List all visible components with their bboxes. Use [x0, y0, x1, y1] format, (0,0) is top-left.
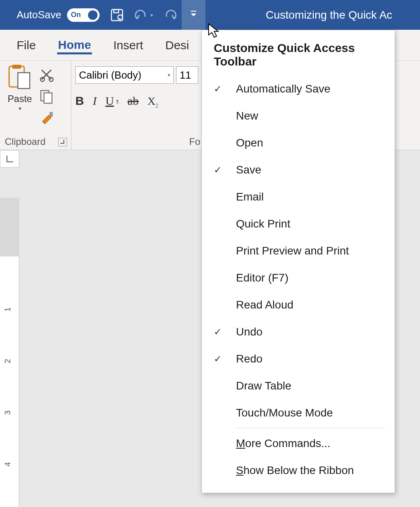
- svg-rect-1: [114, 10, 119, 13]
- underline-button[interactable]: U ▾: [105, 94, 119, 108]
- chevron-down-icon: ▾: [168, 72, 170, 78]
- menu-item-touch-mouse[interactable]: Touch/Mouse Mode: [202, 399, 395, 426]
- title-bar: AutoSave On ▾ Customizing the Quick Ac: [0, 0, 420, 30]
- menu-item-label: Editor (F7): [236, 272, 288, 284]
- subscript-button[interactable]: X2: [148, 95, 158, 109]
- paste-button[interactable]: Paste ▾: [4, 64, 36, 127]
- clipboard-dialog-launcher[interactable]: [58, 138, 67, 147]
- underline-label: U: [105, 94, 114, 108]
- scissors-icon: [39, 67, 54, 83]
- menu-item-label: More Commands...: [236, 437, 330, 450]
- ruler-mark: 3: [3, 411, 12, 415]
- paste-icon: [7, 64, 33, 92]
- ruler-mark: 1: [3, 307, 12, 312]
- font-name-combo[interactable]: Calibri (Body) ▾: [75, 66, 174, 84]
- svg-rect-8: [44, 93, 52, 103]
- menu-item-label: Show Below the Ribbon: [236, 464, 354, 477]
- document-title: Customizing the Quick Ac: [266, 0, 392, 30]
- paste-caret-icon: ▾: [19, 105, 21, 112]
- vertical-ruler[interactable]: 1 2 3 4: [0, 198, 19, 507]
- autosave-group: AutoSave On: [0, 8, 100, 22]
- subscript-2: 2: [155, 103, 158, 109]
- menu-item-label: Read Aloud: [236, 299, 293, 311]
- menu-item-draw-table[interactable]: Draw Table: [202, 372, 395, 399]
- format-painter-button[interactable]: [38, 109, 56, 127]
- toggle-knob-icon: [88, 10, 98, 20]
- font-group-label: Fo: [189, 136, 200, 147]
- tab-insert[interactable]: Insert: [113, 36, 144, 54]
- subscript-x: X: [148, 95, 155, 107]
- menu-item-label: Print Preview and Print: [236, 245, 349, 257]
- ruler-corner[interactable]: [0, 150, 19, 168]
- check-icon: ✓: [214, 83, 236, 94]
- clipboard-group: Paste ▾ Clipboard: [0, 61, 71, 150]
- svg-rect-9: [50, 112, 53, 117]
- paintbrush-icon: [39, 110, 54, 125]
- autosave-toggle[interactable]: On: [67, 8, 100, 22]
- quick-access-toolbar: ▾: [109, 7, 178, 23]
- menu-item-auto-save[interactable]: ✓ Automatically Save: [202, 75, 395, 102]
- svg-rect-4: [18, 73, 30, 89]
- check-icon: ✓: [214, 164, 236, 175]
- autosave-toggle-text: On: [71, 11, 81, 19]
- copy-button[interactable]: [38, 88, 56, 105]
- save-icon: [110, 8, 124, 22]
- undo-button[interactable]: [133, 7, 149, 23]
- strikethrough-button[interactable]: ab: [127, 94, 138, 108]
- ruler-mark: 4: [3, 462, 12, 467]
- clipboard-group-label: Clipboard: [5, 136, 46, 147]
- font-name-value: Calibri (Body): [79, 69, 142, 81]
- menu-separator: [235, 428, 385, 428]
- menu-item-label: New: [236, 110, 258, 122]
- menu-item-undo[interactable]: ✓ Undo: [202, 318, 395, 345]
- ruler-mark: 2: [3, 359, 12, 363]
- menu-item-label: Automatically Save: [236, 83, 330, 95]
- chevron-down-icon: [191, 13, 196, 16]
- tab-design[interactable]: Desi: [165, 36, 190, 54]
- menu-item-show-below-ribbon[interactable]: Show Below the Ribbon: [202, 457, 395, 484]
- tab-file[interactable]: File: [16, 36, 36, 54]
- italic-button[interactable]: I: [93, 94, 97, 108]
- menu-item-save[interactable]: ✓ Save: [202, 156, 395, 183]
- chevron-down-icon: ▾: [116, 98, 119, 104]
- dropdown-title: Customize Quick Access Toolbar: [202, 37, 395, 75]
- paste-label: Paste: [8, 93, 32, 104]
- menu-item-label: Email: [236, 191, 264, 203]
- undo-dropdown-caret-icon[interactable]: ▾: [149, 12, 155, 18]
- menu-item-email[interactable]: Email: [202, 183, 395, 210]
- font-size-value: 11: [180, 69, 191, 81]
- menu-item-print-preview[interactable]: Print Preview and Print: [202, 237, 395, 264]
- cut-button[interactable]: [38, 66, 56, 84]
- save-button[interactable]: [109, 7, 125, 23]
- autosave-label: AutoSave: [17, 9, 61, 21]
- menu-item-quick-print[interactable]: Quick Print: [202, 210, 395, 237]
- bold-button[interactable]: B: [75, 94, 84, 108]
- menu-item-label: Save: [236, 164, 261, 176]
- copy-icon: [39, 89, 54, 104]
- menu-item-editor[interactable]: Editor (F7): [202, 264, 395, 291]
- customize-qat-menu: Customize Quick Access Toolbar ✓ Automat…: [201, 30, 395, 493]
- menu-item-label: Quick Print: [236, 218, 290, 230]
- menu-item-label: Redo: [236, 353, 263, 365]
- redo-icon: [163, 8, 178, 22]
- menu-item-label: Undo: [236, 326, 263, 338]
- menu-item-open[interactable]: Open: [202, 129, 395, 156]
- font-size-combo[interactable]: 11: [176, 66, 198, 84]
- customize-qat-button[interactable]: [182, 0, 205, 30]
- tab-home[interactable]: Home: [57, 36, 92, 54]
- check-icon: ✓: [214, 326, 236, 337]
- menu-item-new[interactable]: New: [202, 102, 395, 129]
- menu-item-read-aloud[interactable]: Read Aloud: [202, 291, 395, 318]
- font-group: Calibri (Body) ▾ 11 B I U ▾ ab X2 Fo: [71, 61, 206, 150]
- menu-item-redo[interactable]: ✓ Redo: [202, 345, 395, 372]
- check-icon: ✓: [214, 353, 236, 364]
- undo-split-button[interactable]: ▾: [133, 7, 155, 23]
- redo-button[interactable]: [163, 7, 178, 23]
- menu-item-label: Touch/Mouse Mode: [236, 407, 333, 419]
- undo-icon: [134, 8, 148, 22]
- menu-item-more-commands[interactable]: More Commands...: [202, 430, 395, 457]
- svg-rect-3: [12, 65, 21, 69]
- menu-item-label: Draw Table: [236, 380, 292, 392]
- menu-item-label: Open: [236, 137, 263, 149]
